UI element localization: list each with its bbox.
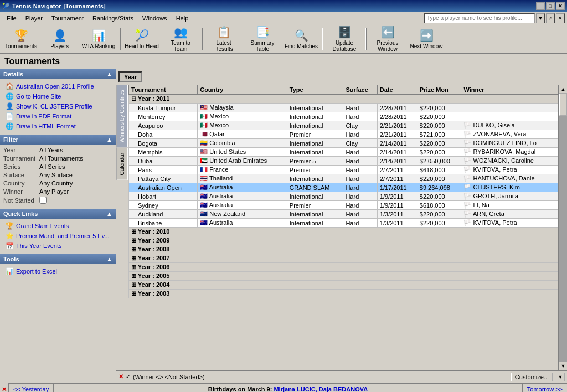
toolbar-players[interactable]: 👤 Players xyxy=(41,25,79,53)
search-close-button[interactable]: ✕ xyxy=(556,13,565,23)
menu-rankings[interactable]: Rankings/Stats xyxy=(88,14,138,23)
search-input[interactable] xyxy=(424,13,535,23)
table-row[interactable]: Paris 🇫🇷 France Premier Hard 2/7/2011 $6… xyxy=(129,166,558,174)
wta-ranking-icon: 📊 xyxy=(92,29,106,42)
minimize-button[interactable]: _ xyxy=(536,2,545,10)
table-row[interactable]: Auckland 🇳🇿 New Zealand International Ha… xyxy=(129,210,558,219)
col-country[interactable]: Country xyxy=(198,85,287,95)
toolbar-next-window[interactable]: ➡️ Next Window xyxy=(408,25,445,53)
scroll-thumb[interactable] xyxy=(559,94,567,116)
bottom-scroll-down[interactable]: ▼ xyxy=(556,373,565,381)
search-button[interactable]: ▼ xyxy=(536,13,545,23)
cell-prize: $618,000 xyxy=(417,166,461,174)
close-button[interactable]: ✕ xyxy=(556,2,565,10)
table-row[interactable]: ⊞ Year : 2008 xyxy=(129,245,558,254)
menu-tournament[interactable]: Tournament xyxy=(47,14,88,23)
scroll-track[interactable] xyxy=(559,94,567,362)
status-close-button[interactable]: ✕ xyxy=(0,383,9,392)
sidebar-grand-slam[interactable]: 🏆 Grand Slam Events xyxy=(3,221,112,231)
sidebar-filter-header[interactable]: Filter ▲ xyxy=(0,135,116,145)
birthday-players[interactable]: Mirjana LUCIC, Daja BEDANOVA xyxy=(274,386,368,392)
filter-series-label: Series xyxy=(3,163,39,170)
export-excel-text: Export to Excel xyxy=(16,268,57,275)
sidebar-details-header[interactable]: Details ▲ xyxy=(0,69,116,79)
find-matches-icon: 🔍 xyxy=(295,29,308,42)
sidebar-clusters-profile[interactable]: 👤 Show K. CLIJSTERS Profile xyxy=(3,101,112,111)
filter-x-button[interactable]: ✕ xyxy=(118,373,123,380)
sidebar-ao-profile[interactable]: 🏠 Australian Open 2011 Profile xyxy=(3,81,112,91)
table-row[interactable]: ⊞ Year : 2007 xyxy=(129,254,558,263)
table-row[interactable]: Hobart 🇦🇺 Australia International Hard 1… xyxy=(129,192,558,201)
players-icon: 👤 xyxy=(53,29,67,42)
sidebar-export-excel[interactable]: 📊 Export to Excel xyxy=(3,266,112,276)
scroll-down-button[interactable]: ▼ xyxy=(559,362,567,370)
sidebar-premier[interactable]: ⭐ Premier Mand. and Premier 5 Ev... xyxy=(3,231,112,241)
table-row[interactable]: Brisbane 🇦🇺 Australia International Hard… xyxy=(129,219,558,228)
sidebar-pdf-draw[interactable]: 📄 Draw in PDF Format xyxy=(3,111,112,121)
toolbar-update-database[interactable]: 🗄️ Update Database xyxy=(326,25,363,53)
table-row[interactable]: Monterrey 🇲🇽 Mexico International Hard 2… xyxy=(129,112,558,121)
toolbar-summary-table[interactable]: 📑 Summary Table xyxy=(244,25,281,53)
col-winner[interactable]: Winner xyxy=(461,85,558,95)
vert-tab-calendar[interactable]: Calendar xyxy=(116,148,128,180)
app-icon: 🎾 xyxy=(2,3,10,10)
home-site-icon: 🌐 xyxy=(6,92,14,100)
col-type[interactable]: Type xyxy=(287,85,343,95)
menu-file[interactable]: File xyxy=(2,14,21,23)
table-row[interactable]: ⊞ Year : 2004 xyxy=(129,281,558,290)
col-tournament[interactable]: Tournament xyxy=(129,85,198,95)
filter-notstarted-checkbox[interactable] xyxy=(39,197,47,204)
menu-help[interactable]: Help xyxy=(172,14,193,23)
table-row[interactable]: ⊟ Year : 2011 xyxy=(129,95,558,104)
sidebar-home-site[interactable]: 🌐 Go to Home Site xyxy=(3,91,112,101)
sidebar-html-draw[interactable]: 🌐 Draw in HTML Format xyxy=(3,121,112,131)
toolbar-tournaments[interactable]: 🏆 Tournaments xyxy=(2,25,40,53)
table-row[interactable]: Bogota 🇨🇴 Colombia International Clay 2/… xyxy=(129,139,558,148)
toolbar-find-matches[interactable]: 🔍 Find Matches xyxy=(282,25,320,53)
toolbar-latest-results[interactable]: 📋 Latest Results xyxy=(205,25,243,53)
vert-tab-winners[interactable]: Winners by Countries xyxy=(116,85,128,148)
table-row[interactable]: ⊞ Year : 2006 xyxy=(129,263,558,272)
table-row[interactable]: Acapulco 🇲🇽 Mexico International Clay 2/… xyxy=(129,121,558,130)
table-row[interactable]: ⊞ Year : 2009 xyxy=(129,236,558,245)
toolbar-previous-window[interactable]: ⬅️ Previous Window xyxy=(369,25,406,53)
toolbar-head-to-head[interactable]: 🎾 Head to Head xyxy=(123,25,161,53)
menu-windows[interactable]: Windows xyxy=(138,14,172,23)
table-row[interactable]: ⊞ Year : 2010 xyxy=(129,228,558,236)
cell-winner: 🏳️ DOMINGUEZ LINO, Lo xyxy=(461,139,558,148)
filter-tournament-value: All Tournaments xyxy=(39,155,83,162)
customize-button[interactable]: Customize... xyxy=(511,373,553,381)
toolbar-team-to-team[interactable]: 👥 Team to Team xyxy=(162,25,199,53)
sidebar-quicklinks-header[interactable]: Quick Links ▲ xyxy=(0,209,116,219)
table-row[interactable]: Australian Open 🇦🇺 Australia GRAND SLAM … xyxy=(129,183,558,192)
col-surface[interactable]: Surface xyxy=(343,85,377,95)
cell-date: 2/7/2011 xyxy=(377,174,417,183)
table-row[interactable]: ⊞ Year : 2005 xyxy=(129,272,558,281)
year-button[interactable]: Year xyxy=(118,71,142,82)
table-row[interactable]: Doha 🇶🇦 Qatar Premier Hard 2/21/2011 $72… xyxy=(129,130,558,139)
toolbar-wta-ranking[interactable]: 📊 WTA Ranking xyxy=(80,25,117,53)
sidebar-tools-header[interactable]: Tools ▲ xyxy=(0,254,116,264)
status-prev-button[interactable]: << Yesterday xyxy=(9,384,54,392)
table-scroll[interactable]: Tournament Country Type Surface Date Pri… xyxy=(128,85,558,370)
table-row[interactable]: Memphis 🇺🇸 United States International H… xyxy=(129,148,558,157)
toolbar-fm-label: Find Matches xyxy=(285,43,318,49)
scroll-up-button[interactable]: ▲ xyxy=(559,85,567,94)
title-bar: 🎾 Tennis Navigator [Tournaments] _ □ ✕ xyxy=(0,0,567,12)
col-date[interactable]: Date xyxy=(377,85,417,95)
table-row[interactable]: ⊞ Year : 2003 xyxy=(129,290,558,298)
col-prize[interactable]: Prize Mon xyxy=(417,85,461,95)
cell-type: International xyxy=(287,121,343,130)
status-next-button[interactable]: Tomorrow >> xyxy=(522,384,567,392)
birthday-label: Birthdays on March 9: xyxy=(208,386,272,392)
table-row[interactable]: Kuala Lumpur 🇲🇾 Malaysia International H… xyxy=(129,104,558,112)
filter-winner-value: Any Player xyxy=(39,188,69,195)
maximize-button[interactable]: □ xyxy=(546,2,555,10)
filter-check-button[interactable]: ✓ xyxy=(126,373,131,380)
sidebar-this-year[interactable]: 📅 This Year Events xyxy=(3,241,112,251)
table-row[interactable]: Pattaya City 🇹🇭 Thailand International H… xyxy=(129,174,558,183)
menu-player[interactable]: Player xyxy=(21,14,47,23)
search-go-button[interactable]: ↗ xyxy=(546,13,555,23)
table-row[interactable]: Sydney 🇦🇺 Australia Premier Hard 1/9/201… xyxy=(129,201,558,210)
table-row[interactable]: Dubai 🇦🇪 United Arab Emirates Premier 5 … xyxy=(129,157,558,166)
